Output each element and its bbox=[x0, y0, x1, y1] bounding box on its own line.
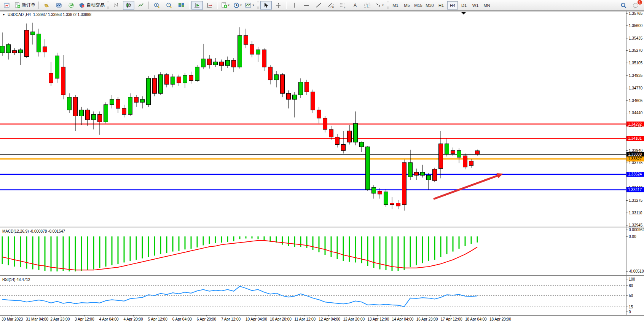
time-tick-label: 12 Apr 04:00 bbox=[319, 317, 340, 321]
new-order-button[interactable]: 新订单 bbox=[13, 1, 37, 10]
time-tick-label: 14 Apr 04:00 bbox=[392, 317, 414, 321]
bear-candle bbox=[43, 47, 47, 52]
vline-tool-button[interactable] bbox=[289, 1, 300, 10]
cursor-tool-button[interactable] bbox=[260, 1, 272, 10]
timeframe-h4-button[interactable]: H4 bbox=[447, 1, 458, 10]
autotrade-button[interactable]: 自动交易 bbox=[78, 1, 106, 10]
bull-candle bbox=[128, 97, 132, 114]
time-tick-label: 6 Apr 04:00 bbox=[172, 317, 192, 321]
svg-text:F: F bbox=[344, 6, 346, 8]
bear-candle bbox=[281, 75, 285, 93]
bull-candle bbox=[384, 192, 388, 205]
bear-candle bbox=[305, 82, 309, 92]
bear-candle bbox=[451, 150, 455, 153]
chevron-down-icon[interactable]: ▼ bbox=[2, 13, 5, 16]
timeframe-m30-button[interactable]: M30 bbox=[424, 1, 435, 10]
label-tool-button[interactable]: T bbox=[362, 1, 373, 10]
price-tick-label: 1.34605 bbox=[629, 99, 643, 103]
bear-candle bbox=[25, 30, 29, 56]
bear-candle bbox=[348, 131, 352, 142]
arrows-tool-button[interactable]: ▾ bbox=[374, 1, 385, 10]
bear-candle bbox=[463, 156, 467, 167]
toolbar-grip bbox=[107, 2, 109, 9]
price-badge-label: 1.34101 bbox=[628, 136, 642, 140]
candlestick-mode-button[interactable] bbox=[123, 1, 134, 10]
chart-shift-button[interactable] bbox=[204, 1, 215, 10]
zoom-out-button[interactable] bbox=[163, 1, 175, 10]
bull-candle bbox=[293, 95, 297, 99]
bull-candle bbox=[445, 144, 449, 155]
price-tick-label: 1.34440 bbox=[629, 111, 643, 115]
timeframe-m1-button[interactable]: M1 bbox=[390, 1, 401, 10]
price-badge-label: 1.33888 bbox=[628, 152, 642, 156]
search-button[interactable] bbox=[618, 1, 629, 10]
toolbar-separator bbox=[217, 2, 218, 9]
crosshair-tool-button[interactable] bbox=[273, 1, 284, 10]
timeframe-m5-button[interactable]: M5 bbox=[402, 1, 412, 10]
bull-candle bbox=[201, 59, 206, 67]
time-tick-label: 11 Apr 12:00 bbox=[294, 317, 316, 321]
bar-chart-mode-button[interactable] bbox=[111, 1, 122, 10]
fibonacci-tool-button[interactable]: F bbox=[337, 1, 349, 10]
bull-candle bbox=[110, 99, 114, 105]
bull-candle bbox=[360, 142, 364, 147]
ohlc-values: 1.33937 1.33953 1.33872 1.33888 bbox=[33, 13, 91, 17]
templates-button[interactable]: ▾ bbox=[220, 1, 231, 10]
timeframe-toolbar: M1M5M15M30H1H4D1W1MN bbox=[390, 1, 493, 10]
bear-candle bbox=[402, 163, 406, 205]
rsi-indicator-label: RSI(14) 48.4712 bbox=[2, 278, 30, 282]
bull-candle bbox=[457, 150, 461, 157]
price-tick-label: 1.34770 bbox=[629, 86, 643, 90]
timeframe-d1-button[interactable]: D1 bbox=[459, 1, 469, 10]
price-badge-label: 1.33417 bbox=[628, 188, 642, 192]
period-button[interactable]: ▾ bbox=[232, 1, 243, 10]
notifications-button[interactable]: 1 bbox=[630, 1, 641, 10]
chart-window-icon[interactable] bbox=[1, 1, 13, 10]
timeframe-m15-button[interactable]: M15 bbox=[413, 1, 424, 10]
bull-candle bbox=[421, 172, 425, 176]
chart-area: 1.357651.356001.354351.352701.351051.349… bbox=[0, 11, 644, 324]
bear-candle bbox=[61, 67, 65, 95]
bull-candle bbox=[19, 50, 23, 53]
charts-icon[interactable] bbox=[53, 1, 65, 10]
bear-candle bbox=[396, 203, 400, 206]
price-badge-label: 1.33827 bbox=[628, 157, 642, 161]
time-tick-label: 6 Apr 20:00 bbox=[197, 317, 217, 321]
auto-scroll-button[interactable] bbox=[191, 1, 203, 10]
price-tick-label: 1.34935 bbox=[629, 73, 643, 78]
price-badge-label: 1.33624 bbox=[628, 172, 642, 176]
timeframe-h1-button[interactable]: H1 bbox=[436, 1, 446, 10]
signal-icon[interactable] bbox=[65, 1, 77, 10]
zoom-in-button[interactable] bbox=[151, 1, 163, 10]
hline-tool-button[interactable] bbox=[301, 1, 312, 10]
bear-candle bbox=[317, 110, 321, 118]
bull-candle bbox=[238, 35, 242, 67]
bull-candle bbox=[140, 99, 145, 102]
bear-candle bbox=[13, 51, 17, 53]
trendline-tool-button[interactable] bbox=[313, 1, 324, 10]
price-tick-label: 1.35105 bbox=[629, 61, 643, 65]
channel-tool-button[interactable]: E bbox=[325, 1, 336, 10]
bull-candle bbox=[0, 46, 5, 53]
bull-candle bbox=[195, 67, 199, 81]
gold-icon[interactable] bbox=[41, 1, 53, 10]
text-tool-label: A bbox=[354, 3, 357, 8]
bear-candle bbox=[341, 145, 346, 151]
indicators-button[interactable]: ▾ bbox=[244, 1, 255, 10]
text-tool-button[interactable]: A bbox=[349, 1, 361, 10]
timeframe-mn-button[interactable]: MN bbox=[481, 1, 492, 10]
timeframe-w1-button[interactable]: W1 bbox=[470, 1, 481, 10]
line-chart-mode-button[interactable] bbox=[135, 1, 147, 10]
time-tick-label: 16 Apr 23:00 bbox=[416, 317, 438, 321]
new-order-label: 新订单 bbox=[22, 2, 35, 8]
time-tick-label: 3 Apr 12:00 bbox=[75, 317, 94, 321]
chart-canvas[interactable]: 1.357651.356001.354351.352701.351051.349… bbox=[0, 11, 644, 324]
bear-candle bbox=[390, 203, 394, 205]
bull-candle bbox=[299, 82, 303, 95]
tile-windows-button[interactable] bbox=[175, 1, 187, 10]
macd-indicator-label: MACD(12,26,9) -0.000878 -0.001547 bbox=[2, 229, 65, 233]
bear-candle bbox=[414, 172, 419, 176]
bull-candle bbox=[37, 34, 41, 52]
bull-candle bbox=[354, 123, 358, 142]
time-tick-label: 4 Apr 20:00 bbox=[124, 317, 143, 321]
